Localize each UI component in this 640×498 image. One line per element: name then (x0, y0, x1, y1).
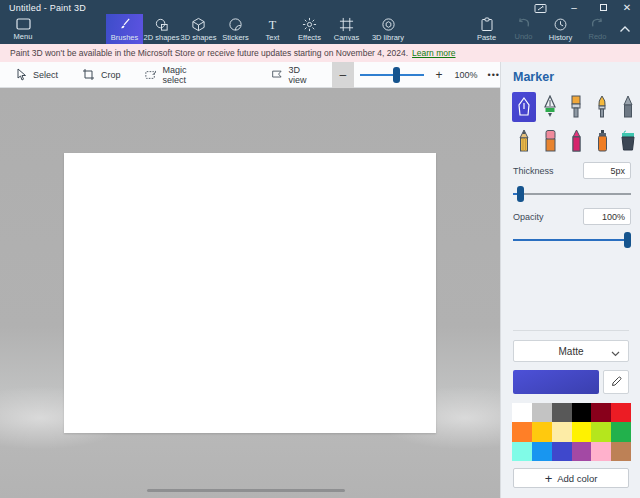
tab-stickers[interactable]: Stickers (217, 14, 254, 44)
palette-swatch[interactable] (591, 422, 611, 441)
magic-select-button[interactable]: Magic select (141, 62, 209, 88)
select-button[interactable]: Select (12, 62, 62, 88)
brush-spray-can[interactable] (590, 126, 614, 156)
zoom-out-button[interactable]: – (332, 62, 354, 88)
zoom-slider[interactable] (360, 62, 424, 88)
paste-button[interactable]: Paste (468, 14, 505, 44)
brush-watercolour[interactable] (590, 92, 614, 122)
finish-dropdown[interactable]: Matte (513, 340, 629, 362)
palette-swatch[interactable] (591, 403, 611, 422)
tab-label: 3D library (372, 33, 404, 42)
palette-swatch[interactable] (512, 403, 532, 422)
palette-swatch[interactable] (532, 442, 552, 461)
ribbon-actions: Paste Undo History Redo (468, 14, 616, 44)
palette-swatch[interactable] (532, 403, 552, 422)
eyedropper-button[interactable] (603, 370, 629, 394)
opacity-slider-thumb[interactable] (624, 232, 631, 248)
palette-swatch[interactable] (572, 422, 592, 441)
chevron-up-icon (619, 25, 631, 33)
close-button[interactable]: ✕ (614, 0, 640, 15)
zoom-in-button[interactable]: + (430, 62, 449, 88)
opacity-slider[interactable] (513, 232, 631, 248)
drawing-canvas[interactable] (64, 153, 436, 433)
history-button[interactable]: History (542, 14, 579, 44)
crop-button[interactable]: Crop (78, 62, 125, 88)
brush-calligraphy-pen[interactable] (538, 92, 562, 122)
palette-swatch[interactable] (512, 422, 532, 441)
tab-3d-library[interactable]: 3D library (365, 14, 411, 44)
undo-button[interactable]: Undo (505, 14, 542, 44)
maximize-button[interactable] (590, 0, 616, 15)
zoom-slider-thumb[interactable] (393, 67, 400, 83)
finish-selected-value: Matte (558, 346, 583, 357)
tab-label: 2D shapes (144, 33, 180, 42)
palette-swatch[interactable] (552, 442, 572, 461)
brush-marker[interactable] (512, 92, 536, 122)
zoom-level: 100% (455, 70, 478, 80)
workspace[interactable] (0, 88, 500, 498)
tab-label: Effects (298, 33, 321, 42)
thickness-input[interactable]: 5px (583, 162, 631, 179)
crayon-icon (570, 129, 583, 153)
more-options-button[interactable]: ••• (488, 70, 500, 80)
effects-icon (302, 17, 317, 32)
opacity-label: Opacity (513, 212, 544, 222)
current-color-swatch[interactable] (513, 370, 599, 394)
tab-label: Stickers (222, 33, 249, 42)
menu-button[interactable]: Menu (0, 14, 46, 44)
brush-icon (117, 17, 132, 32)
tab-effects[interactable]: Effects (291, 14, 328, 44)
brush-eraser[interactable] (538, 126, 562, 156)
tab-canvas[interactable]: Canvas (328, 14, 365, 44)
palette-swatch[interactable] (512, 442, 532, 461)
thickness-label: Thickness (513, 166, 554, 176)
learn-more-link[interactable]: Learn more (412, 48, 455, 58)
palette-swatch[interactable] (572, 403, 592, 422)
palette-swatch[interactable] (611, 403, 631, 422)
thickness-slider-thumb[interactable] (517, 186, 524, 202)
opacity-input[interactable]: 100% (583, 208, 631, 225)
brush-pencil[interactable] (512, 126, 536, 156)
tab-text[interactable]: T Text (254, 14, 291, 44)
crop-label: Crop (101, 70, 121, 80)
tab-2d-shapes[interactable]: 2D shapes (143, 14, 180, 44)
horizontal-scrollbar[interactable] (147, 489, 345, 492)
menu-label: Menu (14, 32, 33, 41)
3d-library-icon (381, 17, 396, 32)
brush-crayon[interactable] (564, 126, 588, 156)
tab-label: 3D shapes (181, 33, 217, 42)
brush-oil-brush[interactable] (564, 92, 588, 122)
window-title: Untitled - Paint 3D (9, 3, 86, 13)
brush-pixel-pen[interactable] (616, 92, 640, 122)
canvas-icon (339, 17, 354, 32)
palette-swatch[interactable] (572, 442, 592, 461)
paste-icon (480, 17, 494, 32)
ribbon-tabs: Brushes 2D shapes 3D shapes Stickers T T… (106, 14, 411, 44)
minimize-button[interactable]: – (561, 0, 587, 15)
brush-fill[interactable] (616, 126, 640, 156)
palette-swatch[interactable] (552, 403, 572, 422)
tab-3d-shapes[interactable]: 3D shapes (180, 14, 217, 44)
paint3d-window: Untitled - Paint 3D – ✕ Menu Brushes 2D … (0, 0, 640, 498)
text-icon: T (265, 17, 280, 32)
brush-row-1 (512, 92, 640, 122)
action-label: Paste (477, 33, 496, 42)
collapse-ribbon-button[interactable] (614, 20, 636, 38)
palette-swatch[interactable] (552, 422, 572, 441)
marker-icon (516, 96, 532, 118)
thickness-slider[interactable] (513, 186, 631, 202)
palette-swatch[interactable] (532, 422, 552, 441)
pencil-icon (518, 129, 530, 153)
add-color-button[interactable]: + Add color (513, 468, 629, 488)
palette-swatch[interactable] (591, 442, 611, 461)
tab-label: Text (266, 33, 280, 42)
tab-brushes[interactable]: Brushes (106, 14, 143, 44)
3d-view-button[interactable]: 3D view (267, 62, 320, 88)
palette-swatch[interactable] (611, 442, 631, 461)
crop-icon (82, 68, 95, 81)
action-label: Redo (589, 32, 607, 41)
tab-label: Brushes (111, 33, 139, 42)
pixel-pen-icon (622, 95, 634, 119)
redo-button[interactable]: Redo (579, 14, 616, 44)
palette-swatch[interactable] (611, 422, 631, 441)
